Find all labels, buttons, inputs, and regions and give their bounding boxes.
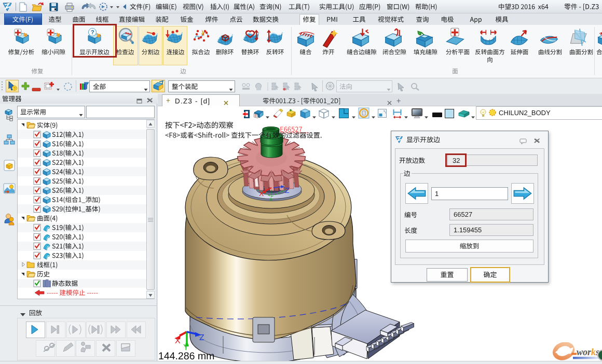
svg-text:wor: wor — [577, 347, 592, 357]
svg-text:?: ? — [13, 87, 16, 90]
svg-text:k: k — [591, 347, 596, 357]
